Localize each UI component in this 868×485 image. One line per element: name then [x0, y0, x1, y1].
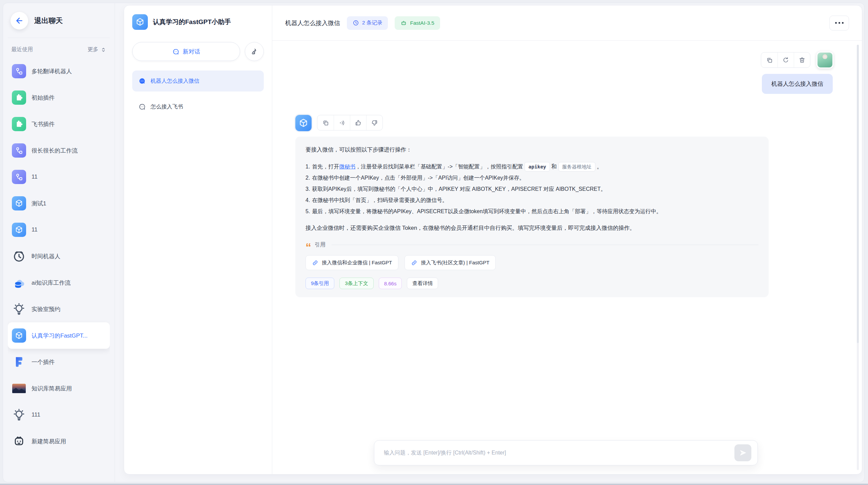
ai-step-line: 3.获取到APIKey后，填写到微秘书的「个人中心」中，APIKEY 对应 AI… [305, 183, 758, 195]
citation-chip[interactable]: 接入飞书(社区文章) | FastGPT [405, 255, 496, 270]
sidebar-app-item[interactable]: 认真学习的FastGPT... [8, 322, 110, 349]
app-frame: 退出聊天 最近使用 更多 多轮翻译机器人初始插件飞书插件很长很长的工作流11测试… [3, 3, 865, 482]
copy-button[interactable] [761, 53, 777, 67]
chat-scrollbar-thumb[interactable] [857, 45, 859, 343]
sidebar-app-item[interactable]: ai知识库工作流 [8, 269, 110, 296]
sidebar-app-item[interactable]: 11 [8, 217, 110, 243]
step-text: 首先，打开 [312, 164, 339, 169]
sidebar-app-item[interactable]: 11 [8, 164, 110, 190]
chat-bubble-filled-icon [138, 77, 146, 85]
sidebar: 退出聊天 最近使用 更多 多轮翻译机器人初始插件飞书插件很长很长的工作流11测试… [3, 3, 115, 482]
clock-badge-icon [353, 20, 359, 26]
exit-chat-label: 退出聊天 [34, 16, 63, 25]
sidebar-app-label: 11 [32, 174, 38, 180]
ai-step-line: 1.首先，打开微秘书，注册登录后找到菜单栏「基础配置」->「智能配置」，按照指引… [305, 161, 758, 172]
citation-section-header: “ 引用 [305, 241, 758, 248]
history-item[interactable]: 怎么接入飞书 [132, 96, 264, 117]
new-chat-label: 新对话 [183, 48, 200, 56]
citation-label: 引用 [315, 241, 326, 248]
thumbs-down-button[interactable] [366, 115, 382, 130]
inline-link[interactable]: 微秘书 [339, 164, 355, 169]
sidebar-app-item[interactable]: 一个插件 [8, 349, 110, 375]
more-label: 更多 [87, 46, 98, 53]
chat-bubble-outline-icon [138, 103, 146, 110]
photo-icon [12, 381, 26, 396]
sidebar-app-label: 知识库简易应用 [32, 385, 72, 392]
user-message-bubble: 机器人怎么接入微信 [762, 74, 833, 94]
robot-badge-icon [400, 20, 407, 26]
cube-icon [12, 328, 26, 343]
robot-icon [12, 434, 26, 448]
sidebar-app-label: 测试1 [32, 200, 46, 207]
retry-button[interactable] [777, 53, 794, 67]
chat-more-button[interactable] [829, 16, 849, 31]
app-logo-cube-icon [132, 14, 148, 30]
clear-history-button[interactable] [245, 42, 264, 61]
step-text: 在微秘书中创建一个APIKey，点击「外部使用」->「API访问」创建一个API… [312, 175, 525, 181]
meta-badge-context[interactable]: 3条上下文 [339, 278, 373, 289]
sidebar-app-label: 一个插件 [32, 358, 55, 366]
step-text: ，注册登录后找到菜单栏「基础配置」->「智能配置」，按照指引配置 [355, 164, 525, 169]
main-card: 认真学习的FastGPT小助手 新对话 机器人怎么接入微信怎么接入飞书 [124, 5, 862, 474]
more-apps-button[interactable]: 更多 [87, 46, 106, 53]
records-badge: 2 条记录 [347, 16, 388, 30]
history-item-label: 怎么接入飞书 [151, 103, 183, 110]
meta-badge-detail[interactable]: 查看详情 [407, 278, 438, 289]
step-text: 和 [550, 164, 558, 169]
sidebar-app-label: 认真学习的FastGPT... [32, 332, 87, 340]
copy-button[interactable] [317, 115, 334, 130]
chat-header: 机器人怎么接入微信 2 条记录 FastAI-3.5 [272, 5, 862, 41]
thumbs-up-icon [355, 119, 362, 126]
meta-badge-quotes[interactable]: 9条引用 [305, 278, 334, 289]
sidebar-app-item[interactable]: 飞书插件 [8, 111, 110, 137]
app-list: 多轮翻译机器人初始插件飞书插件很长很长的工作流11测试111时间机器人ai知识库… [8, 58, 110, 482]
sidebar-app-item[interactable]: 111 [8, 402, 110, 428]
back-button[interactable] [11, 12, 28, 29]
sidebar-app-item[interactable]: 时间机器人 [8, 243, 110, 269]
message-input[interactable] [384, 450, 734, 456]
cube-icon [12, 223, 26, 237]
retry-icon [782, 57, 789, 64]
history-item-label: 机器人怎么接入微信 [151, 78, 199, 85]
chat-bubble-icon [172, 48, 179, 55]
citation-title: 接入飞书(社区文章) | FastGPT [421, 260, 489, 266]
chat-message-area: 机器人怎么接入微信 要接入微信，可以按照以下步骤进行操作： 1.首先，打开微秘书… [272, 41, 862, 474]
step-text: 在微秘书中找到「首页」，扫码登录需要接入的微信号。 [312, 197, 448, 203]
history-item[interactable]: 机器人怎么接入微信 [132, 70, 264, 92]
inline-code-chip: apikey [525, 162, 550, 171]
flag-icon [12, 355, 26, 369]
send-button[interactable] [734, 444, 751, 461]
sidebar-app-item[interactable]: 初始插件 [8, 84, 110, 111]
sidebar-app-item[interactable]: 知识库简易应用 [8, 375, 110, 402]
quote-icon: “ [305, 244, 311, 250]
user-avatar [816, 52, 833, 68]
recent-used-label: 最近使用 [11, 46, 33, 53]
sidebar-app-item[interactable]: 新建简易应用 [8, 428, 110, 454]
exit-chat-row: 退出聊天 [8, 8, 110, 38]
sidebar-app-label: 实验室预约 [32, 305, 60, 313]
ai-message: 要接入微信，可以按照以下步骤进行操作： 1.首先，打开微秘书，注册登录后找到菜单… [272, 115, 862, 297]
ai-paragraph-text: 接入企业微信时，还需要购买企业微信 Token，在微秘书的会员开通栏目中自行购买… [305, 224, 758, 232]
sidebar-app-item[interactable]: 很长很长的工作流 [8, 137, 110, 164]
thumbs-up-button[interactable] [350, 115, 366, 130]
new-chat-button[interactable]: 新对话 [132, 42, 240, 61]
delete-button[interactable] [794, 53, 810, 67]
ai-intro-text: 要接入微信，可以按照以下步骤进行操作： [305, 146, 758, 154]
ai-step-line: 5.最后，填写环境变量，将微秘书的APIKey、APISECRET以及企微tok… [305, 206, 758, 217]
cube-icon [12, 196, 26, 210]
sidebar-app-item[interactable]: 实验室预约 [8, 296, 110, 322]
sidebar-app-label: 多轮翻译机器人 [32, 67, 72, 75]
step-text: 。 [595, 164, 602, 169]
sort-chevrons-icon [100, 47, 106, 53]
citation-chip[interactable]: 接入微信和企业微信 | FastGPT [305, 255, 398, 270]
sidebar-app-label: 初始插件 [32, 94, 55, 102]
sidebar-app-item[interactable]: 测试1 [8, 190, 110, 217]
meta-badge-time[interactable]: 8.66s [379, 278, 402, 289]
citation-links: 接入微信和企业微信 | FastGPT接入飞书(社区文章) | FastGPT [305, 255, 758, 270]
tts-button[interactable] [334, 115, 350, 130]
bulb-icon [12, 408, 26, 422]
history-list: 机器人怎么接入微信怎么接入飞书 [132, 70, 264, 117]
step-text: 获取到APIKey后，填写到微秘书的「个人中心」中，APIKEY 对应 AIBO… [312, 186, 606, 192]
sidebar-app-item[interactable]: 多轮翻译机器人 [8, 58, 110, 84]
arrow-left-icon [15, 16, 24, 25]
